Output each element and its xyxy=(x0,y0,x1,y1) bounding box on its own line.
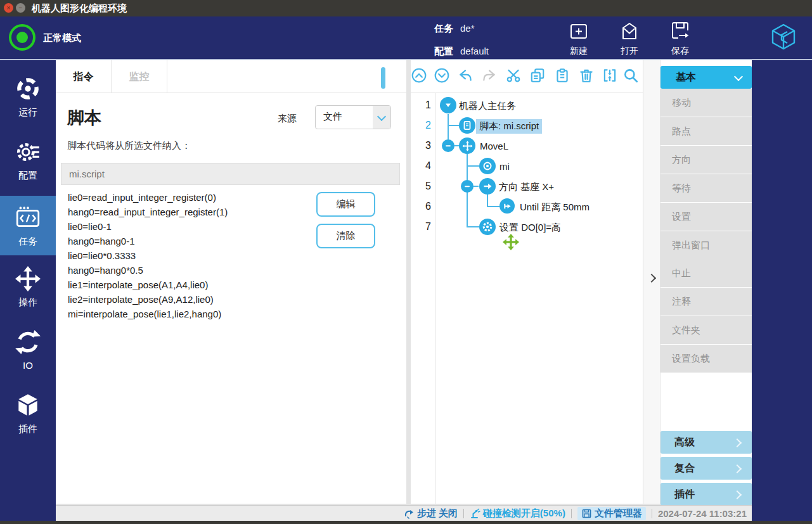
select-chevron-zone xyxy=(373,106,390,129)
sidebar-item-run[interactable]: 运行 xyxy=(0,72,56,125)
command-item-folder[interactable]: 文件夹 xyxy=(661,316,752,344)
command-item-comment[interactable]: 注释 xyxy=(661,288,752,316)
app-window: × − 机器人图形化编程环境 正常模式 任务 de* 配置 default 新建 xyxy=(0,0,812,524)
command-group-basic[interactable]: 基本 xyxy=(661,66,752,89)
run-control-rail: 1 单次 57% 速度 xyxy=(752,60,812,521)
command-item-set[interactable]: 设置 xyxy=(661,203,752,231)
save-icon xyxy=(669,20,691,42)
sidebar-item-task[interactable]: 任务 xyxy=(0,196,56,255)
source-select-value: 文件 xyxy=(323,111,342,123)
insert-icon[interactable] xyxy=(602,67,618,84)
new-task-button[interactable]: 新建 xyxy=(557,20,601,57)
code-line: hang0=read_input_integer_register(1) xyxy=(68,205,228,219)
line-number: 6 xyxy=(416,201,431,212)
tree-row-main-task[interactable]: 机器人主任务 xyxy=(459,100,516,112)
collapse-all-icon[interactable] xyxy=(411,67,427,84)
chevron-right-icon xyxy=(733,438,742,447)
script-title: 脚本 xyxy=(67,106,101,129)
task-label: 任务 xyxy=(434,23,453,35)
direction-node-icon[interactable] xyxy=(479,178,496,195)
run-target-icon xyxy=(15,75,41,102)
command-item-popup[interactable]: 弹出窗口 xyxy=(661,231,752,259)
tree-connector xyxy=(474,186,479,187)
clock-timestamp: 2024-07-24 11:03:21 xyxy=(658,508,747,519)
status-bar: 步进 关闭 碰撞检测开启(50%) 文件管理器 2024-07-24 11:03… xyxy=(56,505,752,521)
code-line: hang0=hang0-1 xyxy=(68,234,228,248)
step-mode-status[interactable]: 步进 关闭 xyxy=(404,508,458,520)
close-button[interactable]: × xyxy=(4,3,13,13)
save-task-button[interactable]: 保存 xyxy=(658,20,702,57)
set-node-icon[interactable] xyxy=(479,219,496,235)
collapse-arrow-icon[interactable] xyxy=(440,97,456,113)
header-bar: 正常模式 任务 de* 配置 default 新建 打开 xyxy=(0,16,812,60)
command-item-wait[interactable]: 等待 xyxy=(661,174,752,202)
move-arrows-icon xyxy=(15,265,41,292)
tree-connector xyxy=(448,114,449,139)
tab-monitor[interactable]: 监控 xyxy=(112,60,167,93)
edit-button[interactable]: 编辑 xyxy=(316,192,375,217)
command-group-composite[interactable]: 复合 xyxy=(661,457,752,480)
expand-all-icon[interactable] xyxy=(434,67,450,84)
script-code-block: lie0=read_input_integer_register(0) hang… xyxy=(68,190,228,321)
insert-cursor-icon[interactable] xyxy=(503,234,519,250)
tab-instruction[interactable]: 指令 xyxy=(56,60,112,93)
command-item-waypoint[interactable]: 路点 xyxy=(661,117,752,145)
step-arrow-icon xyxy=(404,508,415,519)
command-item-payload[interactable]: 设置负载 xyxy=(661,345,752,373)
tree-row-direction[interactable]: 方向 基座 X+ xyxy=(499,181,554,193)
line-number: 2 xyxy=(416,120,431,131)
line-number: 5 xyxy=(416,181,431,192)
command-item-abort[interactable]: 中止 xyxy=(661,259,752,287)
code-line: lie0=lie0-1 xyxy=(68,219,228,234)
script-node-icon[interactable] xyxy=(459,117,475,134)
file-manager-status[interactable]: 文件管理器 xyxy=(577,507,646,520)
task-value: de* xyxy=(460,23,475,34)
delete-icon[interactable] xyxy=(578,67,595,84)
undo-icon[interactable] xyxy=(457,67,474,84)
sidebar-item-operate[interactable]: 操作 xyxy=(0,262,56,315)
minimize-button[interactable]: − xyxy=(16,3,25,13)
until-node-icon[interactable] xyxy=(499,198,515,214)
collision-detect-status[interactable]: 碰撞检测开启(50%) xyxy=(470,508,565,520)
collapse-minus-icon[interactable] xyxy=(442,139,454,152)
cut-icon[interactable] xyxy=(505,67,522,84)
sidebar-item-io[interactable]: IO xyxy=(0,325,56,378)
window-bottom-edge xyxy=(0,521,812,524)
gear-icon xyxy=(15,139,41,165)
task-tree-panel: 1 2 3 4 5 6 7 机器人主任务 脚本: mi.script xyxy=(411,60,643,504)
tree-row-mi[interactable]: mi xyxy=(499,161,510,172)
script-file-input[interactable] xyxy=(61,163,400,185)
status-separator xyxy=(571,509,572,518)
status-separator xyxy=(652,509,652,518)
tree-row-until[interactable]: Until 距离 50mm xyxy=(520,201,590,214)
command-item-direction[interactable]: 方向 xyxy=(661,146,752,174)
sidebar-item-plugin[interactable]: 插件 xyxy=(0,388,56,442)
tree-connector xyxy=(467,165,479,167)
chevron-down-icon xyxy=(377,112,386,121)
tree-row-script[interactable]: 脚本: mi.script xyxy=(476,119,542,134)
waypoint-node-icon[interactable] xyxy=(479,158,496,174)
cube-icon xyxy=(15,392,41,419)
panel-scrollbar-thumb[interactable] xyxy=(381,67,385,89)
copy-icon[interactable] xyxy=(529,67,546,84)
open-icon xyxy=(619,20,640,42)
search-icon[interactable] xyxy=(622,67,639,84)
command-item-move[interactable]: 移动 xyxy=(661,89,752,117)
move-node-icon[interactable] xyxy=(459,137,475,154)
command-group-plugin[interactable]: 插件 xyxy=(661,483,752,506)
command-group-advanced[interactable]: 高级 xyxy=(661,431,752,454)
open-task-button[interactable]: 打开 xyxy=(607,20,652,57)
sidebar-item-config[interactable]: 配置 xyxy=(0,135,56,188)
tree-row-set-do[interactable]: 设置 DO[0]=高 xyxy=(499,222,561,234)
collapse-minus-icon[interactable] xyxy=(461,180,474,193)
redo-icon[interactable] xyxy=(481,67,498,84)
clear-button[interactable]: 清除 xyxy=(316,224,375,248)
tree-row-movel[interactable]: MoveL xyxy=(480,141,508,151)
source-select[interactable]: 文件 xyxy=(315,105,391,129)
code-line: lie0=read_input_integer_register(0) xyxy=(68,190,228,205)
command-palette: 基本 移动 路点 方向 等待 设置 弹出窗口 中止 注释 文件夹 设置负载 高级… xyxy=(661,60,752,504)
floppy-icon xyxy=(581,508,592,519)
panel-expander[interactable] xyxy=(643,60,660,504)
chevron-right-icon xyxy=(733,490,742,499)
paste-icon[interactable] xyxy=(554,67,570,84)
